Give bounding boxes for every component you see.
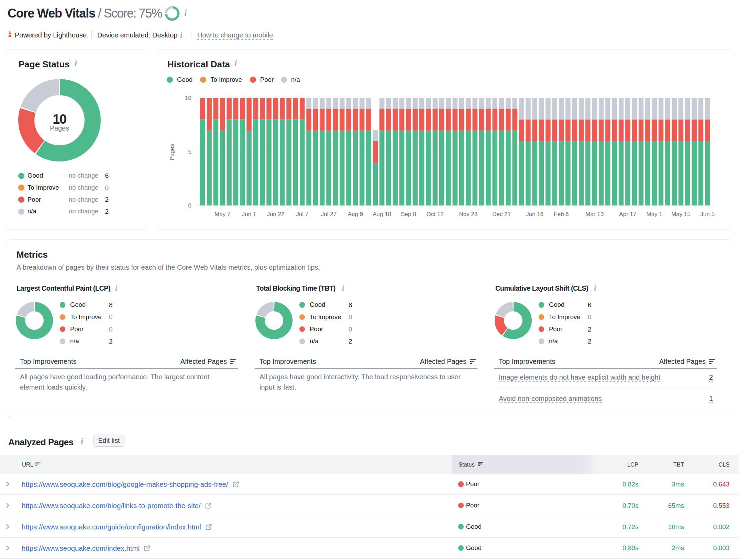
svg-text:May 15: May 15 xyxy=(671,211,691,217)
svg-text:Aug 18: Aug 18 xyxy=(373,211,391,217)
svg-text:5: 5 xyxy=(188,149,191,155)
svg-text:Mar 13: Mar 13 xyxy=(585,211,604,217)
svg-text:Nov 28: Nov 28 xyxy=(459,211,477,217)
svg-text:Jul 27: Jul 27 xyxy=(321,211,337,217)
svg-text:Jun 22: Jun 22 xyxy=(267,211,284,217)
svg-text:Oct 12: Oct 12 xyxy=(427,211,444,217)
svg-text:May 7: May 7 xyxy=(214,211,230,217)
svg-text:May 1: May 1 xyxy=(647,211,662,217)
svg-text:Apr 17: Apr 17 xyxy=(619,211,636,217)
svg-text:Feb 6: Feb 6 xyxy=(554,211,569,217)
svg-text:Aug 9: Aug 9 xyxy=(348,211,363,217)
svg-text:Jun 1: Jun 1 xyxy=(242,211,256,217)
svg-text:Dec 21: Dec 21 xyxy=(492,211,511,217)
svg-text:Pages: Pages xyxy=(169,144,175,160)
svg-text:Jan 16: Jan 16 xyxy=(526,211,543,217)
svg-text:Sep 8: Sep 8 xyxy=(401,211,416,217)
svg-text:Jul 7: Jul 7 xyxy=(296,211,308,217)
svg-text:10: 10 xyxy=(185,95,191,101)
svg-text:0: 0 xyxy=(188,202,191,209)
svg-text:Jun 5: Jun 5 xyxy=(701,211,715,217)
